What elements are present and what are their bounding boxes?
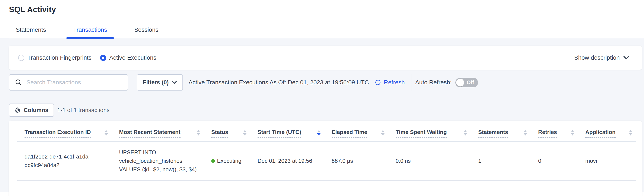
sort-icon[interactable] bbox=[243, 130, 246, 137]
columns-label: Columns bbox=[24, 107, 48, 114]
sort-icon-active-desc[interactable] bbox=[317, 130, 320, 137]
auto-refresh-toggle[interactable]: Off bbox=[455, 78, 478, 87]
cell-statements: 1 bbox=[471, 142, 531, 181]
column-header-retries[interactable]: Retries bbox=[531, 121, 578, 142]
column-header-transaction-execution-id[interactable]: Transaction Execution ID bbox=[17, 121, 112, 142]
transactions-table-card: Transaction Execution ID Most Recent Sta… bbox=[9, 121, 642, 196]
result-count: 1-1 of 1 transactions bbox=[58, 107, 110, 114]
column-header-statements[interactable]: Statements bbox=[471, 121, 531, 142]
page-title: SQL Activity bbox=[9, 5, 644, 14]
cell-application: movr bbox=[578, 142, 636, 181]
cell-execution-id: da1f21e2-de71-4c1f-a1da-dc9fc94a84a2 bbox=[17, 142, 112, 181]
table-toolbar: Columns 1-1 of 1 transactions bbox=[9, 104, 644, 117]
column-header-time-spent-waiting[interactable]: Time Spent Waiting bbox=[388, 121, 471, 142]
columns-button[interactable]: Columns bbox=[9, 104, 54, 117]
toolbar-divider bbox=[411, 74, 412, 91]
refresh-label[interactable]: Refresh bbox=[384, 79, 405, 86]
sort-icon[interactable] bbox=[629, 130, 632, 137]
view-mode-card: Transaction Fingerprints Active Executio… bbox=[9, 46, 642, 70]
filters-label: Filters (0) bbox=[143, 79, 169, 86]
toggle-state-label: Off bbox=[467, 79, 474, 85]
sort-icon[interactable] bbox=[464, 130, 467, 137]
search-box[interactable] bbox=[9, 74, 128, 91]
column-header-elapsed-time[interactable]: Elapsed Time bbox=[324, 121, 388, 142]
cell-status: Executing bbox=[204, 142, 250, 181]
sort-icon[interactable] bbox=[524, 130, 527, 137]
status-label: Executing bbox=[217, 157, 241, 165]
show-description-label: Show description bbox=[574, 54, 620, 61]
radio-active-executions[interactable]: Active Executions bbox=[100, 54, 156, 61]
column-header-most-recent-statement[interactable]: Most Recent Statement bbox=[112, 121, 204, 142]
filters-button[interactable]: Filters (0) bbox=[137, 74, 183, 91]
column-header-start-time[interactable]: Start Time (UTC) bbox=[250, 121, 324, 142]
radio-label[interactable]: Transaction Fingerprints bbox=[27, 54, 92, 61]
transactions-table: Transaction Execution ID Most Recent Sta… bbox=[17, 121, 636, 181]
search-icon bbox=[15, 79, 22, 86]
radio-label[interactable]: Active Executions bbox=[109, 54, 156, 61]
refresh-icon bbox=[374, 79, 382, 86]
table-row: da1f21e2-de71-4c1f-a1da-dc9fc94a84a2 UPS… bbox=[17, 142, 636, 181]
gear-icon bbox=[14, 107, 21, 113]
cell-retries: 0 bbox=[531, 142, 578, 181]
show-description-button[interactable]: Show description bbox=[574, 54, 630, 61]
status-executing-dot-icon bbox=[211, 159, 215, 163]
auto-refresh-label: Auto Refresh: bbox=[415, 79, 452, 86]
transactions-toolbar: Filters (0) Active Transaction Execution… bbox=[9, 74, 644, 91]
sort-icon[interactable] bbox=[197, 130, 200, 137]
sort-icon[interactable] bbox=[571, 130, 574, 137]
radio-selected-icon[interactable] bbox=[100, 55, 106, 61]
table-header-row: Transaction Execution ID Most Recent Sta… bbox=[17, 121, 636, 142]
cell-elapsed-time: 887.0 µs bbox=[324, 142, 388, 181]
tab-sessions[interactable]: Sessions bbox=[128, 26, 165, 38]
sort-icon[interactable] bbox=[104, 130, 108, 137]
cell-most-recent-statement: UPSERT INTO vehicle_location_histories V… bbox=[112, 142, 204, 181]
refresh-button[interactable]: Refresh bbox=[374, 79, 405, 86]
toggle-knob[interactable] bbox=[456, 79, 464, 86]
radio-unselected-icon[interactable] bbox=[18, 55, 24, 61]
radio-transaction-fingerprints[interactable]: Transaction Fingerprints bbox=[18, 54, 92, 61]
as-of-timestamp: Active Transaction Executions As Of: Dec… bbox=[189, 79, 369, 86]
sort-icon[interactable] bbox=[381, 130, 384, 137]
cell-start-time: Dec 01, 2023 at 19:56 bbox=[250, 142, 324, 181]
chevron-down-icon bbox=[172, 81, 177, 84]
cell-time-spent-waiting: 0.0 ns bbox=[388, 142, 471, 181]
page-header: SQL Activity bbox=[0, 0, 644, 14]
search-input[interactable] bbox=[26, 79, 123, 86]
column-header-status[interactable]: Status bbox=[204, 121, 250, 142]
tab-transactions[interactable]: Transactions bbox=[66, 26, 114, 38]
chevron-down-icon bbox=[623, 56, 630, 60]
tab-statements[interactable]: Statements bbox=[9, 26, 53, 38]
tab-bar: Statements Transactions Sessions bbox=[9, 26, 644, 38]
content-area: Transaction Fingerprints Active Executio… bbox=[0, 38, 644, 192]
column-header-application[interactable]: Application bbox=[578, 121, 636, 142]
